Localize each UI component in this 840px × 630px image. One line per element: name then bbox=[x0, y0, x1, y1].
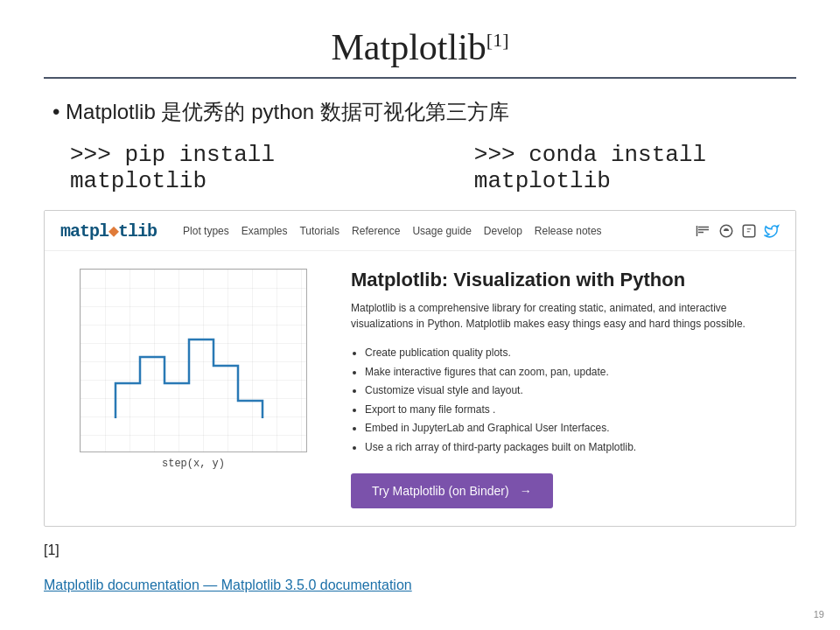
discourse-icon[interactable] bbox=[718, 223, 734, 239]
twitter-icon[interactable] bbox=[764, 223, 780, 239]
feature-5: Embed in JupyterLab and Graphical User I… bbox=[365, 419, 769, 438]
nav-release-notes[interactable]: Release notes bbox=[535, 225, 602, 237]
feature-4: Export to many file formats . bbox=[365, 401, 769, 420]
title-superscript: [1] bbox=[486, 29, 509, 51]
feature-6: Use a rich array of third-party packages… bbox=[365, 438, 769, 458]
arrow-icon: → bbox=[520, 484, 532, 498]
mpl-text-area: Matplotlib: Visualization with Python Ma… bbox=[351, 269, 778, 508]
mpl-logo-orange: ◆ bbox=[108, 221, 118, 242]
mpl-nav-links[interactable]: Plot types Examples Tutorials Reference … bbox=[183, 225, 680, 237]
search-icon[interactable] bbox=[696, 223, 711, 239]
bullet-text: Matplotlib 是优秀的 python 数据可视化第三方库 bbox=[66, 100, 509, 123]
slide: Matplotlib[1] • Matplotlib 是优秀的 python 数… bbox=[0, 0, 840, 630]
ref-number: [1] bbox=[44, 542, 60, 557]
matplotlib-screenshot: matpl◆tlib Plot types Examples Tutorials… bbox=[44, 210, 796, 527]
code-block: >>> pip install matplotlib >>> conda ins… bbox=[70, 142, 796, 194]
mpl-chart-caption: step(x, y) bbox=[162, 458, 225, 470]
feature-1: Create publication quality plots. bbox=[365, 344, 769, 363]
mpl-logo: matpl◆tlib bbox=[60, 220, 157, 242]
nav-examples[interactable]: Examples bbox=[242, 225, 288, 237]
page-number: 19 bbox=[814, 609, 824, 620]
nav-develop[interactable]: Develop bbox=[484, 225, 522, 237]
nav-plot-types[interactable]: Plot types bbox=[183, 225, 229, 237]
conda-command: >>> conda install matplotlib bbox=[474, 142, 796, 194]
github-icon[interactable] bbox=[741, 223, 757, 239]
mpl-main-content: step(x, y) Matplotlib: Visualization wit… bbox=[45, 251, 795, 526]
step-chart-svg bbox=[80, 270, 307, 452]
mpl-navbar: matpl◆tlib Plot types Examples Tutorials… bbox=[45, 211, 795, 251]
title-text: Matplotlib bbox=[332, 27, 486, 67]
mpl-chart-box bbox=[80, 269, 307, 452]
slide-title: Matplotlib[1] bbox=[44, 26, 796, 68]
mpl-main-title: Matplotlib: Visualization with Python bbox=[351, 269, 769, 291]
documentation-link[interactable]: Matplotlib documentation — Matplotlib 3.… bbox=[44, 578, 796, 593]
try-matplotlib-button[interactable]: Try Matplotlib (on Binder) → bbox=[351, 473, 553, 508]
try-matplotlib-label: Try Matplotlib (on Binder) bbox=[372, 484, 509, 498]
mpl-nav-icons bbox=[696, 223, 780, 239]
feature-3: Customize visual style and layout. bbox=[365, 382, 769, 401]
bullet-point: • Matplotlib 是优秀的 python 数据可视化第三方库 bbox=[52, 98, 796, 126]
svg-rect-3 bbox=[80, 270, 307, 452]
svg-rect-2 bbox=[743, 225, 755, 237]
nav-tutorials[interactable]: Tutorials bbox=[299, 225, 340, 237]
title-divider bbox=[44, 77, 796, 79]
reference-section: [1] Matplotlib documentation — Matplotli… bbox=[44, 542, 796, 593]
mpl-chart-area: step(x, y) bbox=[62, 269, 325, 470]
mpl-description: Matplotlib is a comprehensive library fo… bbox=[351, 300, 769, 332]
feature-2: Make interactive figures that can zoom, … bbox=[365, 363, 769, 382]
mpl-features-list: Create publication quality plots. Make i… bbox=[365, 344, 769, 458]
nav-usage-guide[interactable]: Usage guide bbox=[412, 225, 471, 237]
nav-reference[interactable]: Reference bbox=[352, 225, 400, 237]
pip-command: >>> pip install matplotlib bbox=[70, 142, 369, 194]
